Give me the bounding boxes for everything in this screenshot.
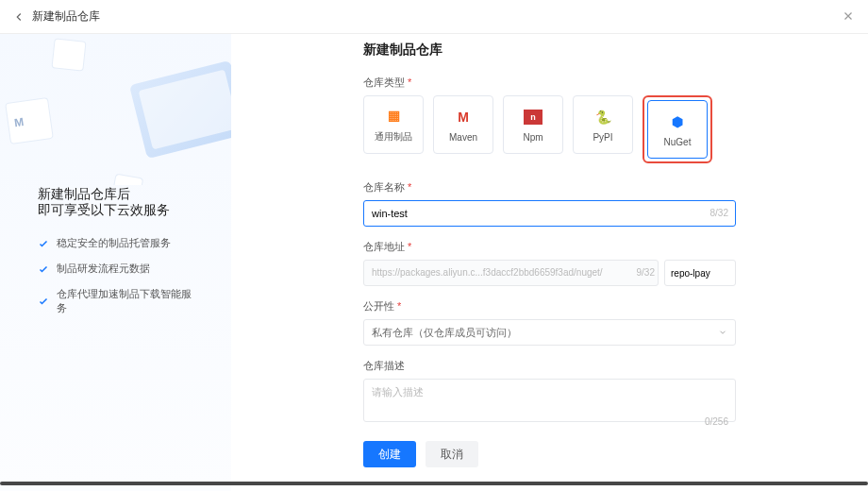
bottom-border [0,482,868,485]
name-counter: 8/32 [710,208,728,218]
package-icon: ▦ [384,106,403,125]
visibility-select[interactable]: 私有仓库（仅仓库成员可访问） [363,319,736,346]
name-label: 仓库名称 [363,180,736,195]
desc-textarea[interactable] [363,379,736,422]
sidebar-heading-1: 新建制品仓库后 [38,185,197,202]
type-card-npm[interactable]: n Npm [503,95,563,154]
cancel-button[interactable]: 取消 [426,441,478,467]
visibility-label: 公开性 [363,299,736,313]
desc-label: 仓库描述 [363,359,736,373]
create-button[interactable]: 创建 [363,441,416,467]
form-title: 新建制品仓库 [363,42,736,59]
sidebar-bullet: 制品研发流程元数据 [38,262,197,276]
sidebar-bullet: 仓库代理加速制品下载智能服务 [38,287,197,315]
addr-label: 仓库地址 [363,240,736,254]
page-title: 新建制品仓库 [32,8,100,25]
type-card-maven[interactable]: M Maven [433,95,493,154]
type-card-generic[interactable]: ▦ 通用制品 [363,95,424,154]
maven-icon: M [454,108,473,127]
check-icon [38,238,49,249]
npm-icon: n [524,108,542,127]
type-label: 仓库类型 [363,76,736,90]
sidebar-bullet: 稳定安全的制品托管服务 [38,236,197,250]
nuget-icon: ⬢ [668,112,687,131]
desc-counter: 0/256 [705,416,728,427]
python-icon: 🐍 [593,108,612,127]
type-card-pypi[interactable]: 🐍 PyPI [573,95,633,154]
type-card-highlight: ⬢ NuGet [643,95,712,163]
addr-slug-input[interactable] [664,260,736,286]
addr-prefix: https://packages.aliyun.c...f3daccf2bbd6… [363,260,659,286]
check-icon [38,296,49,307]
illustration [0,34,231,185]
addr-counter: 9/32 [637,267,655,278]
sidebar-heading-2: 即可享受以下云效服务 [38,202,197,219]
sidebar: 新建制品仓库后 即可享受以下云效服务 稳定安全的制品托管服务 制品研发流程元数据… [0,34,231,491]
chevron-down-icon [718,328,727,337]
type-card-nuget[interactable]: ⬢ NuGet [647,100,708,159]
back-button[interactable] [9,8,28,26]
check-icon [38,263,49,275]
close-button[interactable] [840,8,857,25]
name-input[interactable] [363,200,736,227]
